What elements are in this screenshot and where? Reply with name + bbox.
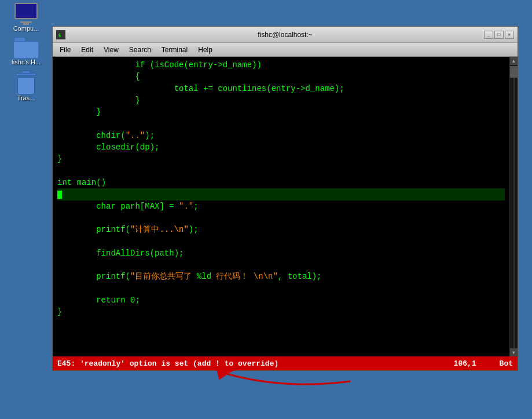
menu-file[interactable]: File bbox=[55, 45, 75, 55]
code-editor[interactable]: if (isCode(entry->d_name)) { total += co… bbox=[53, 57, 509, 356]
close-button[interactable]: ✕ bbox=[505, 31, 514, 39]
desktop-icon-trash[interactable]: Tras... bbox=[3, 71, 49, 101]
code-line bbox=[57, 259, 505, 271]
code-line bbox=[57, 212, 505, 224]
window-title: fishc@localhost:~ bbox=[258, 31, 313, 39]
code-line bbox=[57, 235, 505, 247]
terminal-icon: $ bbox=[56, 30, 65, 39]
code-line: } bbox=[57, 106, 505, 118]
minimize-button[interactable]: _ bbox=[484, 31, 493, 39]
scrollbar-thumb[interactable] bbox=[510, 66, 518, 78]
code-line: findAllDirs(path); bbox=[57, 247, 505, 259]
code-line bbox=[57, 118, 505, 129]
status-right: 106,1 Bot bbox=[454, 359, 513, 368]
code-line: printf("目前你总共写了 %ld 行代码！ \n\n", total); bbox=[57, 271, 505, 282]
code-line: } bbox=[57, 153, 505, 165]
code-line: char parh[MAX] = "."; bbox=[57, 201, 505, 212]
scrollbar[interactable]: ▲ ▼ bbox=[509, 57, 518, 356]
status-message: E45: 'readonly' option is set (add ! to … bbox=[57, 359, 278, 368]
title-bar-left: $ bbox=[56, 30, 65, 39]
code-line bbox=[57, 165, 505, 177]
scrollbar-up-arrow[interactable]: ▲ bbox=[510, 57, 518, 65]
menu-edit[interactable]: Edit bbox=[76, 45, 98, 55]
computer-icon-label: Compu... bbox=[13, 25, 39, 32]
code-line: printf("计算中...\n"); bbox=[57, 224, 505, 235]
code-line: total += countlines(entry->d_name); bbox=[57, 83, 505, 94]
scrollbar-down-arrow[interactable]: ▼ bbox=[510, 348, 518, 356]
menu-view[interactable]: View bbox=[99, 45, 123, 55]
code-line: return 0; bbox=[57, 294, 505, 306]
scrollbar-track bbox=[510, 78, 518, 348]
code-line: closedir(dp); bbox=[57, 141, 505, 153]
folder-icon-label: fishc's H... bbox=[12, 59, 41, 65]
menu-terminal[interactable]: Terminal bbox=[157, 45, 192, 55]
code-line bbox=[57, 283, 505, 294]
svg-text:$: $ bbox=[58, 32, 61, 38]
code-line: int main() bbox=[57, 177, 505, 188]
menu-bar: File Edit View Search Terminal Help bbox=[53, 43, 518, 57]
desktop-icon-computer[interactable]: Compu... bbox=[3, 3, 49, 32]
code-line: { bbox=[57, 71, 505, 82]
menu-help[interactable]: Help bbox=[193, 45, 217, 55]
trash-icon-label: Tras... bbox=[17, 94, 35, 101]
window-controls: _ □ ✕ bbox=[484, 31, 514, 39]
code-line: } bbox=[57, 306, 505, 318]
menu-search[interactable]: Search bbox=[124, 45, 156, 55]
status-position: 106,1 bbox=[454, 359, 476, 368]
folder-icon bbox=[13, 38, 39, 59]
status-bar: E45: 'readonly' option is set (add ! to … bbox=[53, 356, 518, 370]
maximize-button[interactable]: □ bbox=[494, 31, 504, 39]
status-scroll: Bot bbox=[500, 359, 513, 368]
code-line: } bbox=[57, 94, 505, 106]
terminal-window: $ fishc@localhost:~ _ □ ✕ File Edit View… bbox=[52, 26, 518, 371]
code-line: chdir(".."); bbox=[57, 130, 505, 141]
code-line: if (isCode(entry->d_name)) bbox=[57, 59, 505, 71]
trash-icon bbox=[16, 71, 36, 94]
code-line-cursor bbox=[57, 188, 505, 200]
computer-icon bbox=[12, 3, 40, 25]
terminal-content: if (isCode(entry->d_name)) { total += co… bbox=[53, 57, 518, 356]
desktop-icon-folder[interactable]: fishc's H... bbox=[3, 38, 49, 65]
desktop: Compu... fishc's H... Tras... bbox=[0, 0, 52, 419]
title-bar: $ fishc@localhost:~ _ □ ✕ bbox=[53, 27, 518, 43]
